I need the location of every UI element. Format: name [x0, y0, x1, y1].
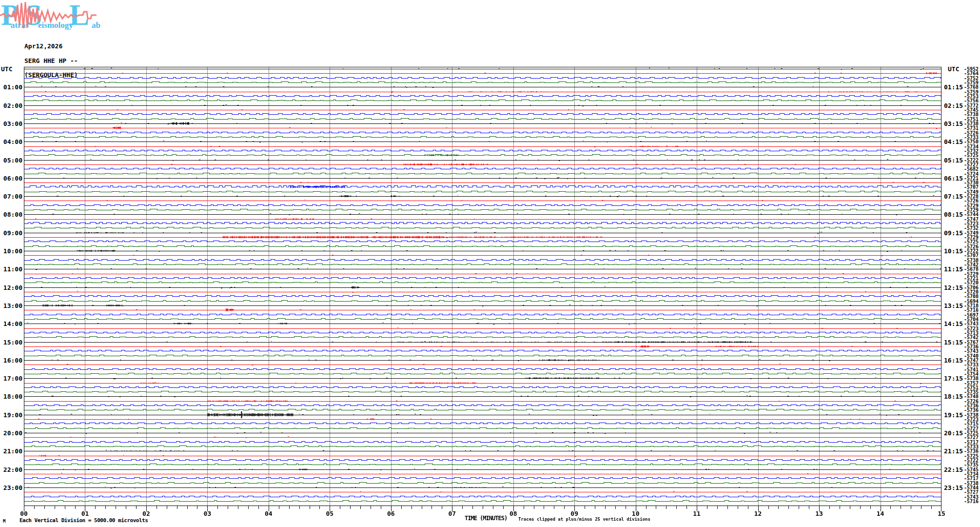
trace-offset-value: -5756 [964, 99, 980, 103]
trace-offset-value: -5708 [964, 294, 980, 299]
trace-offset-value: -5750 [964, 140, 980, 144]
trace-offset-value: -5716 [964, 308, 980, 312]
scale-note: Each Vertical Division = 5000.00 microvo… [20, 517, 148, 524]
trace-offset-value: -5731 [964, 126, 980, 130]
trace-offset-value: -5738 [964, 112, 980, 117]
trace-offset-value: -5733 [964, 363, 980, 367]
left-time-label: 18:00 [0, 393, 22, 400]
left-time-label: 09:00 [0, 229, 22, 237]
left-time-label: 03:00 [0, 120, 22, 127]
trace-offset-value: -5725 [964, 153, 980, 158]
minute-tick-label: 07 [445, 510, 459, 517]
left-time-label: 17:00 [0, 375, 22, 382]
left-time-label: 07:00 [0, 193, 22, 200]
left-time-label: 08:00 [0, 211, 22, 218]
left-time-label: 14:00 [0, 320, 22, 327]
minute-tick-label: 01 [78, 510, 92, 517]
trace-offset-value: -5768 [964, 85, 980, 89]
trace-offset-value: -5720 [964, 281, 980, 285]
minute-tick-label: 10 [628, 510, 643, 517]
minute-tick-label: 15 [934, 510, 949, 517]
minute-tick-label: 09 [567, 510, 582, 517]
left-time-label: 04:00 [0, 138, 22, 145]
psl-logo: P S L atras eismology ab [0, 0, 102, 31]
left-time-label: 10:00 [0, 247, 22, 255]
minute-tick-label: 13 [812, 510, 826, 517]
corner-artifact: M [3, 519, 5, 524]
left-time-label: 15:00 [0, 339, 22, 346]
trace-offset-value: -5717 [964, 476, 980, 481]
minute-tick-label: 04 [261, 510, 276, 517]
minute-tick-label: 05 [322, 510, 337, 517]
trace-offset-value: -5716 [964, 499, 980, 504]
trace-offset-value: -5743 [964, 322, 980, 326]
helicorder-plot-canvas [24, 67, 941, 513]
minute-tick-label: 12 [751, 510, 765, 517]
left-time-label: 05:00 [0, 157, 22, 164]
left-time-label: 11:00 [0, 265, 22, 273]
left-time-label: 20:00 [0, 429, 22, 437]
date-label: Apr12,2026 [24, 42, 62, 50]
trace-offset-value: -5678 [964, 267, 980, 271]
left-time-label: 12:00 [0, 284, 22, 291]
minute-tick-label: 06 [384, 510, 398, 517]
trace-offset-value: -5742 [964, 335, 980, 340]
utc-label-right: UTC [948, 65, 959, 73]
left-time-label: 16:00 [0, 357, 22, 364]
trace-offset-value: -5743 [964, 349, 980, 353]
left-time-label: 23:00 [0, 484, 22, 491]
clip-note: Traces clipped at plus/minus 25 vertical… [518, 517, 650, 522]
time-axis-title: TIME (MINUTES) [465, 515, 507, 522]
left-time-label: 13:00 [0, 302, 22, 309]
utc-label-left: UTC [1, 65, 12, 73]
left-time-label: 02:00 [0, 102, 22, 109]
trace-offset-value: -5738 [964, 376, 980, 381]
minute-tick-label: 14 [873, 510, 888, 517]
left-time-label: 21:00 [0, 447, 22, 455]
trace-offset-value: -5682 [964, 167, 980, 171]
minute-tick-label: 00 [17, 510, 31, 517]
trace-offset-value: -5764 [964, 71, 980, 76]
left-time-label: 22:00 [0, 466, 22, 473]
minute-tick-label: 03 [200, 510, 215, 517]
left-time-label: 01:00 [0, 83, 22, 91]
station-label: SERG HHE HP -- [24, 57, 78, 64]
helicorder-page: P S L atras eismology ab Apr12,2026 SERG… [0, 0, 980, 527]
trace-offset-value: -5727 [964, 490, 980, 494]
minute-tick-label: 02 [139, 510, 154, 517]
seismic-waveform-icon [0, 0, 102, 31]
minute-tick-label: 11 [689, 510, 704, 517]
left-time-label: 06:00 [0, 175, 22, 182]
minute-tick-label: 08 [506, 510, 521, 517]
left-time-label: 19:00 [0, 411, 22, 419]
